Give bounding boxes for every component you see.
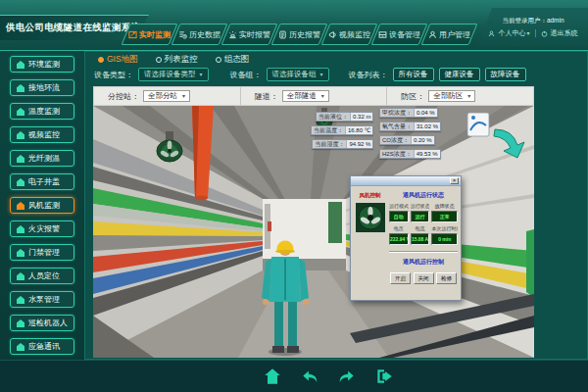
run-state-label: 运行状态 bbox=[411, 203, 430, 209]
right-wall-sign bbox=[467, 113, 489, 136]
sensor-label: 当前湿度： bbox=[313, 140, 346, 148]
tunnel-3d-scene[interactable]: 当前液位：0.32 m 当前温度：16.80 ℃ 当前湿度：94.92 % 甲烷… bbox=[93, 106, 534, 358]
fan-maintenance-button[interactable]: 检修 bbox=[436, 272, 457, 284]
personal-center-menu[interactable]: 个人中心 bbox=[498, 28, 529, 38]
house-icon bbox=[17, 155, 24, 163]
fan-control-buttons: 开启 关闭 检修 bbox=[389, 272, 458, 284]
realtime-alarm-icon bbox=[228, 30, 237, 39]
dialog-titlebar[interactable]: × bbox=[351, 176, 461, 186]
sidebar-item-fiber-temperature[interactable]: 光纤测温 bbox=[10, 150, 74, 167]
radio-list-monitor[interactable]: 列表监控 bbox=[156, 54, 198, 66]
dialog-body: 风机控制 通风机运行状态 bbox=[351, 186, 461, 300]
tab-label: 历史数据 bbox=[189, 29, 220, 40]
device-group-select[interactable]: 请选择设备组 bbox=[267, 68, 329, 81]
fan-control-title: 通风机运行控制 bbox=[389, 258, 458, 267]
close-icon[interactable]: × bbox=[450, 177, 459, 184]
fan-device-label: 风机控制 bbox=[360, 192, 381, 199]
sensor-label: CO浓度： bbox=[380, 136, 411, 144]
sidebar-item-emergency-comm[interactable]: 应急通讯 bbox=[10, 338, 74, 355]
tab-history-alarm[interactable]: 历史报警 bbox=[275, 24, 323, 45]
tab-label: 用户管理 bbox=[439, 29, 470, 40]
house-icon bbox=[17, 319, 24, 327]
co-readout: CO浓度：0.20 % bbox=[379, 135, 435, 145]
device-type-select[interactable]: 请选择设备类型 bbox=[138, 68, 209, 81]
current-value: 15.08 A bbox=[411, 233, 430, 245]
sidebar-item-label: 火灾报警 bbox=[28, 223, 60, 234]
tab-realtime-monitor[interactable]: 实时监测 bbox=[125, 24, 173, 45]
radio-dot-icon bbox=[98, 57, 104, 63]
oxygen-readout: 氧气含量：31.02 % bbox=[379, 122, 441, 131]
sidebar-item-label: 接地环流 bbox=[28, 82, 60, 93]
runtime-value: 0 min bbox=[431, 233, 458, 245]
logout-button[interactable]: 退出系统 bbox=[551, 28, 578, 38]
sensor-readouts-left: 当前液位：0.32 m 当前温度：16.80 ℃ 当前湿度：94.92 % bbox=[311, 112, 373, 149]
home-icon[interactable] bbox=[263, 367, 282, 386]
sidebar-item-label: 人员定位 bbox=[28, 270, 60, 281]
sidebar-item-label: 水泵管理 bbox=[28, 294, 60, 305]
radio-label: 列表监控 bbox=[165, 54, 198, 66]
sidebar-item-fan-monitoring[interactable]: 风机监测 bbox=[10, 197, 74, 214]
tab-history-data[interactable]: 历史数据 bbox=[175, 24, 223, 45]
tab-label: 设备管理 bbox=[389, 29, 420, 40]
tab-realtime-alarm[interactable]: 实时报警 bbox=[225, 24, 273, 45]
sidebar-item-label: 电子井盖 bbox=[28, 176, 60, 187]
sidebar-item-temperature-monitoring[interactable]: 温度监测 bbox=[10, 103, 74, 120]
tab-label: 历史报警 bbox=[289, 29, 320, 40]
sidebar-item-water-pump[interactable]: 水泵管理 bbox=[10, 291, 74, 308]
sidebar-item-ground-circulation[interactable]: 接地环流 bbox=[10, 79, 74, 96]
sensor-label: 氧气含量： bbox=[380, 122, 414, 130]
sensor-value: 0.20 % bbox=[411, 136, 434, 144]
tunnel-select[interactable]: 全部隧道 bbox=[282, 90, 329, 102]
house-icon bbox=[17, 296, 24, 304]
sensor-label: 甲烷浓度： bbox=[380, 109, 414, 117]
tab-device-manage[interactable]: 设备管理 bbox=[375, 24, 423, 45]
sensor-value: 0.32 m bbox=[350, 113, 372, 121]
device-manage-icon bbox=[378, 30, 387, 39]
station-select[interactable]: 全部分站 bbox=[143, 90, 190, 102]
sidebar-item-label: 环境监测 bbox=[28, 59, 60, 70]
run-state-value: 运行 bbox=[411, 211, 430, 222]
tab-label: 视频监控 bbox=[339, 29, 370, 40]
runtime-label: 本次运行时间 bbox=[431, 225, 458, 231]
sidebar-item-video-surveillance[interactable]: 视频监控 bbox=[10, 126, 74, 143]
radio-dot-icon bbox=[216, 57, 221, 63]
sidebar-item-env-monitoring[interactable]: 环境监测 bbox=[10, 56, 74, 73]
device-group-label: 设备组： bbox=[230, 70, 262, 80]
sensor-value: 49.53 % bbox=[414, 150, 440, 158]
house-icon bbox=[17, 225, 24, 233]
tab-user-manage[interactable]: 用户管理 bbox=[425, 24, 473, 45]
healthy-devices-button[interactable]: 健康设备 bbox=[439, 68, 480, 81]
realtime-monitor-icon bbox=[128, 30, 137, 39]
sidebar-item-personnel-location[interactable]: 人员定位 bbox=[10, 268, 74, 284]
sidebar-item-label: 风机监测 bbox=[28, 200, 60, 211]
sidebar-item-label: 光纤测温 bbox=[28, 153, 60, 164]
all-devices-button[interactable]: 所有设备 bbox=[393, 68, 434, 81]
fault-devices-button[interactable]: 故障设备 bbox=[485, 68, 526, 81]
tab-video-monitor[interactable]: 视频监控 bbox=[325, 24, 373, 45]
house-icon bbox=[17, 178, 24, 186]
sidebar-item-electronic-manhole[interactable]: 电子井盖 bbox=[10, 173, 74, 190]
run-mode-label: 运行模式 bbox=[389, 203, 409, 209]
sidebar-item-access-control[interactable]: 门禁管理 bbox=[10, 244, 74, 261]
right-green-pipe bbox=[526, 229, 534, 298]
zone-select[interactable]: 全部防区 bbox=[428, 90, 475, 102]
device-type-label: 设备类型： bbox=[94, 70, 133, 80]
sidebar-item-fire-alarm[interactable]: 火灾报警 bbox=[10, 220, 74, 237]
fan-status-title: 通风机运行状态 bbox=[389, 191, 458, 200]
divider bbox=[535, 29, 536, 37]
exit-icon[interactable] bbox=[374, 367, 394, 386]
dialog-divider bbox=[389, 251, 458, 253]
run-mode-value: 自动 bbox=[389, 211, 409, 222]
fan-image-column: 风机控制 bbox=[354, 189, 386, 295]
forward-icon[interactable] bbox=[337, 367, 357, 386]
tab-label: 实时报警 bbox=[239, 29, 270, 40]
fan-start-button[interactable]: 开启 bbox=[390, 272, 411, 284]
sensor-label: H2S浓度： bbox=[380, 150, 414, 158]
fan-stop-button[interactable]: 关闭 bbox=[414, 272, 434, 284]
station-label: 分控站： bbox=[108, 91, 139, 102]
tunnel-viewport: 分控站： 全部分站 隧道： 全部隧道 防区： 全部防区 bbox=[93, 86, 534, 358]
radio-gis-map[interactable]: GIS地图 bbox=[98, 54, 138, 66]
back-icon[interactable] bbox=[300, 367, 319, 386]
sidebar-item-inspection-robot[interactable]: 巡检机器人 bbox=[10, 315, 74, 331]
radio-scada-view[interactable]: 组态图 bbox=[216, 54, 250, 66]
